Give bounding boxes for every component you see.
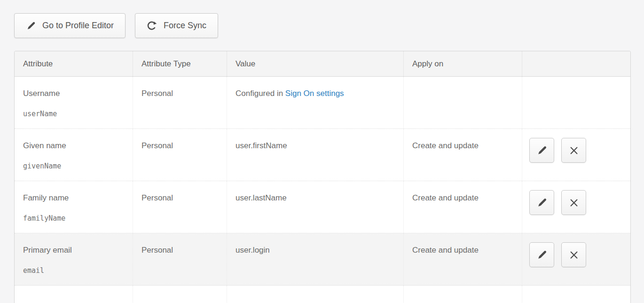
header-value: Value xyxy=(227,51,404,76)
actions-cell xyxy=(522,233,630,285)
value-text: Configured in xyxy=(236,89,285,98)
refresh-icon xyxy=(147,20,157,31)
apply-on-cell: Create and update xyxy=(404,181,522,233)
attribute-type-cell: Personal xyxy=(133,77,227,128)
header-attribute: Attribute xyxy=(15,51,133,76)
force-sync-button[interactable]: Force Sync xyxy=(135,13,218,38)
table-row-partial xyxy=(15,286,630,303)
attribute-cell: Primary email email xyxy=(15,233,133,285)
table-header-row: Attribute Attribute Type Value Apply on xyxy=(15,51,630,77)
header-actions xyxy=(522,51,630,76)
delete-attribute-button[interactable] xyxy=(561,190,586,215)
table-row-given-name: Given name givenName Personal user.first… xyxy=(15,129,630,181)
force-sync-label: Force Sync xyxy=(164,21,206,31)
sign-on-settings-link[interactable]: Sign On settings xyxy=(285,89,344,98)
attribute-cell: Username userName xyxy=(15,77,133,128)
pencil-icon xyxy=(536,197,548,208)
go-to-profile-editor-button[interactable]: Go to Profile Editor xyxy=(14,13,126,38)
attribute-variable: email xyxy=(23,266,133,275)
apply-on-cell: Create and update xyxy=(404,233,522,285)
attribute-label: Given name xyxy=(23,141,133,151)
attribute-variable: userName xyxy=(23,110,133,118)
close-icon xyxy=(569,145,579,156)
value-cell xyxy=(227,286,404,303)
table-row-primary-email: Primary email email Personal user.login … xyxy=(15,233,630,286)
attribute-cell: Given name givenName xyxy=(15,129,133,181)
close-icon xyxy=(569,198,579,208)
attribute-type-cell: Personal xyxy=(133,233,227,285)
edit-attribute-button[interactable] xyxy=(529,138,554,163)
pencil-icon xyxy=(536,249,548,261)
attribute-cell: Family name familyName xyxy=(15,181,133,233)
attribute-label: Family name xyxy=(23,193,133,203)
attribute-variable: familyName xyxy=(23,214,133,223)
edit-attribute-button[interactable] xyxy=(529,242,554,267)
value-cell: user.firstName xyxy=(227,129,404,181)
header-apply-on: Apply on xyxy=(404,51,522,76)
pencil-icon xyxy=(536,145,548,156)
attribute-type-cell xyxy=(133,286,227,303)
actions-cell xyxy=(522,129,630,181)
close-icon xyxy=(569,250,579,260)
attribute-label: Username xyxy=(23,89,133,98)
header-attribute-type: Attribute Type xyxy=(133,51,227,76)
apply-on-cell xyxy=(404,286,522,303)
edit-attribute-button[interactable] xyxy=(529,190,554,215)
value-cell: Configured in Sign On settings xyxy=(227,77,404,128)
table-row-username: Username userName Personal Configured in… xyxy=(15,77,630,129)
apply-on-cell: Create and update xyxy=(404,129,522,181)
apply-on-cell xyxy=(404,77,522,128)
attribute-cell xyxy=(15,286,133,303)
attribute-type-cell: Personal xyxy=(133,181,227,233)
attribute-mapping-table: Attribute Attribute Type Value Apply on … xyxy=(14,51,631,303)
table-row-family-name: Family name familyName Personal user.las… xyxy=(15,181,630,233)
attribute-label: Primary email xyxy=(23,246,133,255)
toolbar: Go to Profile Editor Force Sync xyxy=(14,13,218,38)
actions-cell xyxy=(522,77,630,128)
pencil-icon xyxy=(26,21,36,31)
attribute-variable: givenName xyxy=(23,162,133,170)
actions-cell xyxy=(522,286,630,303)
value-cell: user.login xyxy=(227,233,404,285)
go-to-profile-editor-label: Go to Profile Editor xyxy=(42,21,114,31)
attribute-type-cell: Personal xyxy=(133,129,227,181)
delete-attribute-button[interactable] xyxy=(561,138,586,163)
actions-cell xyxy=(522,181,630,233)
delete-attribute-button[interactable] xyxy=(561,242,586,267)
value-cell: user.lastName xyxy=(227,181,404,233)
